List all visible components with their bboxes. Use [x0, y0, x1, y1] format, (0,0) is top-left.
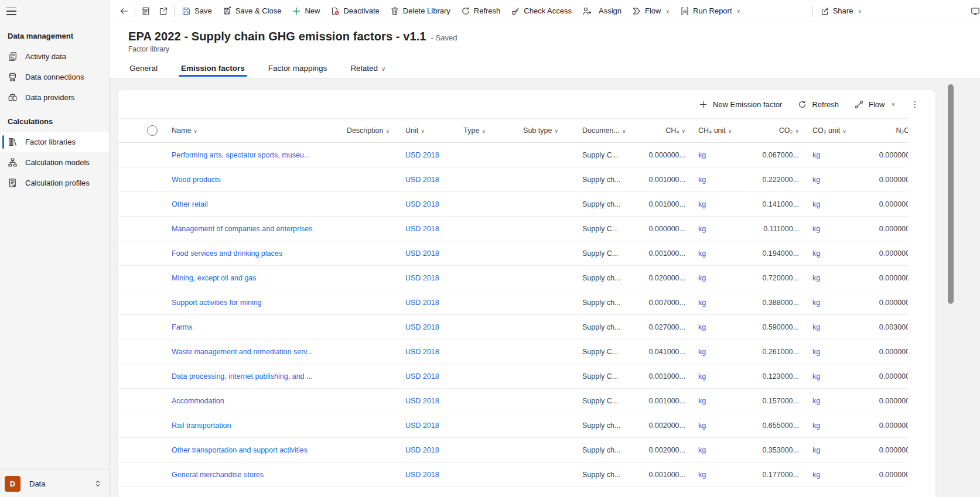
select-all-checkbox[interactable]	[147, 125, 158, 136]
row-ch4-unit-link[interactable]: kg	[689, 471, 759, 479]
table-row[interactable]: Accommodation USD 2018 Supply C... 0.001…	[118, 389, 908, 413]
row-unit-link[interactable]: USD 2018	[393, 299, 446, 307]
row-name-link[interactable]: Support activities for mining	[163, 299, 332, 307]
sidebar-item-calculation-models[interactable]: Calculation models	[0, 152, 109, 173]
row-name-link[interactable]: Food services and drinking places	[163, 249, 332, 258]
row-unit-link[interactable]: USD 2018	[393, 225, 446, 233]
column-header-document[interactable]: Documen...∨	[562, 126, 645, 135]
row-co2-unit-link[interactable]: kg	[803, 446, 850, 454]
row-unit-link[interactable]: USD 2018	[393, 348, 446, 356]
vertical-scrollbar-thumb[interactable]	[948, 84, 954, 304]
row-co2-unit-link[interactable]: kg	[803, 421, 850, 430]
row-name-link[interactable]: Other retail	[163, 200, 332, 208]
row-ch4-unit-link[interactable]: kg	[689, 372, 759, 381]
sidebar-item-activity-data[interactable]: Activity data	[0, 46, 109, 67]
row-unit-link[interactable]: USD 2018	[393, 249, 446, 258]
table-row[interactable]: Other transportation and support activit…	[118, 438, 908, 462]
row-unit-link[interactable]: USD 2018	[393, 372, 446, 381]
run-report-dropdown-button[interactable]: Run Report ∨	[675, 2, 746, 20]
row-co2-unit-link[interactable]: kg	[803, 372, 850, 381]
row-ch4-unit-link[interactable]: kg	[689, 200, 759, 208]
row-co2-unit-link[interactable]: kg	[803, 299, 850, 307]
row-co2-unit-link[interactable]: kg	[803, 471, 850, 479]
tab-related[interactable]: Related∨	[349, 61, 387, 78]
row-unit-link[interactable]: USD 2018	[393, 200, 446, 208]
assign-button[interactable]: Assign	[577, 2, 627, 20]
row-co2-unit-link[interactable]: kg	[803, 348, 850, 356]
column-header-n2o[interactable]: N₂O	[850, 126, 908, 135]
column-header-ch4[interactable]: CH₄∨	[645, 126, 689, 135]
column-header-co2[interactable]: CO₂∨	[759, 126, 803, 135]
grid-refresh-button[interactable]: Refresh	[798, 100, 839, 109]
table-row[interactable]: Rail transportation USD 2018 Supply ch..…	[118, 413, 908, 438]
row-name-link[interactable]: Other transportation and support activit…	[163, 446, 332, 454]
row-name-link[interactable]: Management of companies and enterprises	[163, 225, 332, 233]
row-unit-link[interactable]: USD 2018	[393, 176, 446, 184]
row-ch4-unit-link[interactable]: kg	[689, 397, 759, 405]
environment-picker[interactable]: D Data	[0, 469, 109, 497]
deactivate-button[interactable]: Deactivate	[325, 2, 384, 20]
tab-emission-factors[interactable]: Emission factors	[180, 61, 246, 78]
grid-flow-dropdown-button[interactable]: Flow ∨	[855, 100, 895, 109]
row-name-link[interactable]: Mining, except oil and gas	[163, 274, 332, 282]
row-co2-unit-link[interactable]: kg	[803, 397, 850, 405]
row-ch4-unit-link[interactable]: kg	[689, 274, 759, 282]
row-unit-link[interactable]: USD 2018	[393, 421, 446, 430]
row-co2-unit-link[interactable]: kg	[803, 151, 850, 159]
row-ch4-unit-link[interactable]: kg	[689, 299, 759, 307]
row-name-link[interactable]: Wood products	[163, 176, 332, 184]
row-ch4-unit-link[interactable]: kg	[689, 249, 759, 258]
row-unit-link[interactable]: USD 2018	[393, 397, 446, 405]
share-dropdown-button[interactable]: Share ∨	[815, 2, 867, 20]
row-ch4-unit-link[interactable]: kg	[689, 348, 759, 356]
table-row[interactable]: Farms USD 2018 Supply ch... 0.027000... …	[118, 315, 908, 340]
row-name-link[interactable]: General merchandise stores	[163, 471, 332, 479]
column-header-ch4-unit[interactable]: CH₄ unit∨	[689, 126, 759, 135]
row-ch4-unit-link[interactable]: kg	[689, 421, 759, 430]
row-unit-link[interactable]: USD 2018	[393, 151, 446, 159]
row-name-link[interactable]: Data processing, internet publishing, an…	[163, 372, 332, 381]
table-row[interactable]: Mining, except oil and gas USD 2018 Supp…	[118, 266, 908, 290]
row-name-link[interactable]: Waste management and remediation serv...	[163, 348, 332, 356]
flow-dropdown-button[interactable]: Flow ∨	[627, 2, 675, 20]
sidebar-item-factor-libraries[interactable]: Factor libraries	[0, 132, 109, 152]
table-row[interactable]: General merchandise stores USD 2018 Supp…	[118, 462, 908, 487]
column-header-type[interactable]: Type∨	[446, 126, 489, 135]
open-in-new-window-button[interactable]	[155, 2, 172, 20]
table-row[interactable]: Performing arts, spectator sports, museu…	[118, 143, 908, 167]
row-ch4-unit-link[interactable]: kg	[689, 151, 759, 159]
row-unit-link[interactable]: USD 2018	[393, 446, 446, 454]
row-name-link[interactable]: Accommodation	[163, 397, 332, 405]
row-co2-unit-link[interactable]: kg	[803, 274, 850, 282]
sidebar-item-data-providers[interactable]: Data providers	[0, 87, 109, 108]
column-header-co2-unit[interactable]: CO₂ unit∨	[803, 126, 850, 135]
row-co2-unit-link[interactable]: kg	[803, 176, 850, 184]
save-button[interactable]: Save	[176, 2, 217, 20]
new-button[interactable]: New	[286, 2, 325, 20]
sidebar-item-data-connections[interactable]: Data connections	[0, 67, 109, 87]
row-co2-unit-link[interactable]: kg	[803, 323, 850, 331]
delete-library-button[interactable]: Delete Library	[385, 2, 456, 20]
row-ch4-unit-link[interactable]: kg	[689, 446, 759, 454]
back-button[interactable]	[115, 2, 133, 20]
row-co2-unit-link[interactable]: kg	[803, 249, 850, 258]
form-view-button[interactable]	[137, 2, 155, 20]
new-emission-factor-button[interactable]: New Emission factor	[699, 100, 782, 109]
row-unit-link[interactable]: USD 2018	[393, 471, 446, 479]
sidebar-item-calculation-profiles[interactable]: Calculation profiles	[0, 173, 109, 193]
column-header-description[interactable]: Description∨	[332, 126, 393, 135]
table-row[interactable]: Support activities for mining USD 2018 S…	[118, 290, 908, 315]
row-name-link[interactable]: Rail transportation	[163, 421, 332, 430]
row-co2-unit-link[interactable]: kg	[803, 200, 850, 208]
row-name-link[interactable]: Performing arts, spectator sports, museu…	[163, 151, 332, 159]
save-and-close-button[interactable]: Save & Close	[217, 2, 287, 20]
row-co2-unit-link[interactable]: kg	[803, 225, 850, 233]
table-row[interactable]: Food services and drinking places USD 20…	[118, 241, 908, 266]
row-unit-link[interactable]: USD 2018	[393, 274, 446, 282]
table-row[interactable]: Wood products USD 2018 Supply ch... 0.00…	[118, 167, 908, 192]
screen-share-button[interactable]	[967, 2, 980, 20]
column-header-name[interactable]: Name∨	[163, 126, 332, 135]
refresh-button[interactable]: Refresh	[456, 2, 506, 20]
tab-general[interactable]: General	[128, 61, 159, 78]
row-name-link[interactable]: Farms	[163, 323, 332, 331]
